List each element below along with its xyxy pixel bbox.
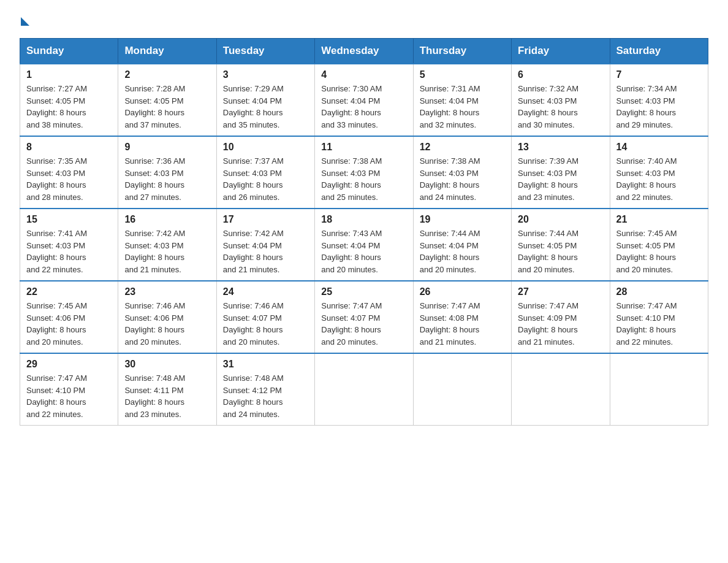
day-number: 4: [321, 69, 406, 80]
day-number: 30: [124, 359, 210, 370]
calendar-cell: 4 Sunrise: 7:30 AMSunset: 4:04 PMDayligh…: [315, 64, 413, 136]
day-number: 21: [616, 214, 702, 225]
calendar-week-row: 22 Sunrise: 7:45 AMSunset: 4:06 PMDaylig…: [20, 281, 708, 353]
day-number: 5: [420, 69, 505, 80]
calendar-cell: [512, 353, 610, 426]
cell-content: Sunrise: 7:35 AMSunset: 4:03 PMDaylight:…: [26, 156, 87, 202]
cell-content: Sunrise: 7:47 AMSunset: 4:09 PMDaylight:…: [518, 301, 578, 347]
weekday-header-row: SundayMondayTuesdayWednesdayThursdayFrid…: [20, 39, 708, 64]
day-number: 25: [321, 286, 406, 297]
day-number: 1: [26, 69, 112, 80]
calendar-week-row: 8 Sunrise: 7:35 AMSunset: 4:03 PMDayligh…: [20, 136, 708, 209]
logo: [20, 15, 29, 26]
day-number: 7: [616, 69, 702, 80]
calendar-cell: 5 Sunrise: 7:31 AMSunset: 4:04 PMDayligh…: [413, 64, 511, 136]
calendar-cell: 24 Sunrise: 7:46 AMSunset: 4:07 PMDaylig…: [216, 281, 314, 353]
weekday-header-tuesday: Tuesday: [216, 39, 314, 64]
calendar-cell: 14 Sunrise: 7:40 AMSunset: 4:03 PMDaylig…: [610, 136, 708, 209]
cell-content: Sunrise: 7:28 AMSunset: 4:05 PMDaylight:…: [124, 84, 185, 129]
calendar-cell: 13 Sunrise: 7:39 AMSunset: 4:03 PMDaylig…: [512, 136, 610, 209]
calendar-cell: 22 Sunrise: 7:45 AMSunset: 4:06 PMDaylig…: [20, 281, 118, 353]
weekday-header-saturday: Saturday: [610, 39, 708, 64]
cell-content: Sunrise: 7:46 AMSunset: 4:07 PMDaylight:…: [223, 301, 284, 347]
day-number: 19: [420, 214, 505, 225]
day-number: 6: [518, 69, 603, 80]
calendar-cell: 17 Sunrise: 7:42 AMSunset: 4:04 PMDaylig…: [216, 209, 314, 281]
day-number: 17: [223, 214, 308, 225]
cell-content: Sunrise: 7:47 AMSunset: 4:10 PMDaylight:…: [26, 373, 87, 419]
day-number: 26: [420, 286, 505, 297]
day-number: 14: [616, 142, 702, 153]
cell-content: Sunrise: 7:43 AMSunset: 4:04 PMDaylight:…: [321, 229, 382, 274]
cell-content: Sunrise: 7:44 AMSunset: 4:04 PMDaylight:…: [420, 229, 480, 274]
day-number: 31: [223, 359, 308, 370]
logo-arrow-icon: [21, 17, 29, 26]
day-number: 10: [223, 142, 308, 153]
day-number: 18: [321, 214, 406, 225]
day-number: 3: [223, 69, 308, 80]
weekday-header-sunday: Sunday: [20, 39, 118, 64]
weekday-header-friday: Friday: [512, 39, 610, 64]
calendar-cell: 8 Sunrise: 7:35 AMSunset: 4:03 PMDayligh…: [20, 136, 118, 209]
calendar-week-row: 1 Sunrise: 7:27 AMSunset: 4:05 PMDayligh…: [20, 64, 708, 136]
day-number: 24: [223, 286, 308, 297]
calendar-cell: 16 Sunrise: 7:42 AMSunset: 4:03 PMDaylig…: [118, 209, 216, 281]
calendar-cell: [413, 353, 511, 426]
day-number: 28: [616, 286, 702, 297]
calendar-cell: 11 Sunrise: 7:38 AMSunset: 4:03 PMDaylig…: [315, 136, 413, 209]
day-number: 22: [26, 286, 112, 297]
cell-content: Sunrise: 7:39 AMSunset: 4:03 PMDaylight:…: [518, 156, 578, 202]
cell-content: Sunrise: 7:41 AMSunset: 4:03 PMDaylight:…: [26, 229, 87, 274]
day-number: 8: [26, 142, 112, 153]
calendar-cell: 9 Sunrise: 7:36 AMSunset: 4:03 PMDayligh…: [118, 136, 216, 209]
calendar-cell: 7 Sunrise: 7:34 AMSunset: 4:03 PMDayligh…: [610, 64, 708, 136]
cell-content: Sunrise: 7:47 AMSunset: 4:10 PMDaylight:…: [616, 301, 677, 347]
cell-content: Sunrise: 7:40 AMSunset: 4:03 PMDaylight:…: [616, 156, 677, 202]
day-number: 16: [124, 214, 210, 225]
calendar-cell: 1 Sunrise: 7:27 AMSunset: 4:05 PMDayligh…: [20, 64, 118, 136]
calendar-cell: [610, 353, 708, 426]
calendar-week-row: 29 Sunrise: 7:47 AMSunset: 4:10 PMDaylig…: [20, 353, 708, 426]
cell-content: Sunrise: 7:37 AMSunset: 4:03 PMDaylight:…: [223, 156, 284, 202]
day-number: 9: [124, 142, 210, 153]
cell-content: Sunrise: 7:31 AMSunset: 4:04 PMDaylight:…: [420, 84, 480, 129]
calendar-cell: 28 Sunrise: 7:47 AMSunset: 4:10 PMDaylig…: [610, 281, 708, 353]
day-number: 27: [518, 286, 603, 297]
cell-content: Sunrise: 7:30 AMSunset: 4:04 PMDaylight:…: [321, 84, 382, 129]
weekday-header-thursday: Thursday: [413, 39, 511, 64]
calendar-cell: 26 Sunrise: 7:47 AMSunset: 4:08 PMDaylig…: [413, 281, 511, 353]
cell-content: Sunrise: 7:46 AMSunset: 4:06 PMDaylight:…: [124, 301, 185, 347]
weekday-header-monday: Monday: [118, 39, 216, 64]
calendar-cell: 15 Sunrise: 7:41 AMSunset: 4:03 PMDaylig…: [20, 209, 118, 281]
calendar-cell: 10 Sunrise: 7:37 AMSunset: 4:03 PMDaylig…: [216, 136, 314, 209]
cell-content: Sunrise: 7:42 AMSunset: 4:03 PMDaylight:…: [124, 229, 185, 274]
calendar-cell: 30 Sunrise: 7:48 AMSunset: 4:11 PMDaylig…: [118, 353, 216, 426]
calendar-cell: 3 Sunrise: 7:29 AMSunset: 4:04 PMDayligh…: [216, 64, 314, 136]
cell-content: Sunrise: 7:45 AMSunset: 4:05 PMDaylight:…: [616, 229, 677, 274]
cell-content: Sunrise: 7:29 AMSunset: 4:04 PMDaylight:…: [223, 84, 284, 129]
calendar-cell: 27 Sunrise: 7:47 AMSunset: 4:09 PMDaylig…: [512, 281, 610, 353]
day-number: 12: [420, 142, 505, 153]
day-number: 2: [124, 69, 210, 80]
weekday-header-wednesday: Wednesday: [315, 39, 413, 64]
calendar-week-row: 15 Sunrise: 7:41 AMSunset: 4:03 PMDaylig…: [20, 209, 708, 281]
calendar-cell: 19 Sunrise: 7:44 AMSunset: 4:04 PMDaylig…: [413, 209, 511, 281]
calendar-cell: 25 Sunrise: 7:47 AMSunset: 4:07 PMDaylig…: [315, 281, 413, 353]
calendar-cell: 2 Sunrise: 7:28 AMSunset: 4:05 PMDayligh…: [118, 64, 216, 136]
page-header: [20, 15, 708, 26]
cell-content: Sunrise: 7:44 AMSunset: 4:05 PMDaylight:…: [518, 229, 578, 274]
calendar-table: SundayMondayTuesdayWednesdayThursdayFrid…: [20, 38, 708, 426]
cell-content: Sunrise: 7:47 AMSunset: 4:08 PMDaylight:…: [420, 301, 480, 347]
calendar-cell: 21 Sunrise: 7:45 AMSunset: 4:05 PMDaylig…: [610, 209, 708, 281]
cell-content: Sunrise: 7:34 AMSunset: 4:03 PMDaylight:…: [616, 84, 677, 129]
day-number: 11: [321, 142, 406, 153]
calendar-cell: 23 Sunrise: 7:46 AMSunset: 4:06 PMDaylig…: [118, 281, 216, 353]
cell-content: Sunrise: 7:48 AMSunset: 4:11 PMDaylight:…: [124, 373, 185, 419]
cell-content: Sunrise: 7:32 AMSunset: 4:03 PMDaylight:…: [518, 84, 578, 129]
day-number: 15: [26, 214, 112, 225]
cell-content: Sunrise: 7:45 AMSunset: 4:06 PMDaylight:…: [26, 301, 87, 347]
calendar-cell: 18 Sunrise: 7:43 AMSunset: 4:04 PMDaylig…: [315, 209, 413, 281]
calendar-cell: [315, 353, 413, 426]
cell-content: Sunrise: 7:38 AMSunset: 4:03 PMDaylight:…: [420, 156, 480, 202]
cell-content: Sunrise: 7:48 AMSunset: 4:12 PMDaylight:…: [223, 373, 284, 419]
